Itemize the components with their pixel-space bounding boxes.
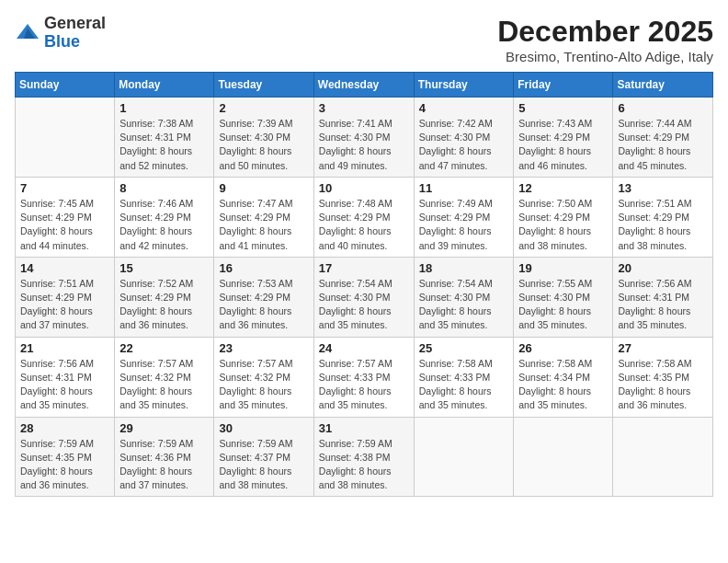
day-number: 16 <box>219 261 308 275</box>
day-number: 10 <box>319 181 409 195</box>
day-info: Sunrise: 7:58 AM Sunset: 4:33 PM Dayligh… <box>419 357 509 413</box>
day-info: Sunrise: 7:51 AM Sunset: 4:29 PM Dayligh… <box>618 197 708 253</box>
calendar-cell: 7Sunrise: 7:45 AM Sunset: 4:29 PM Daylig… <box>16 177 115 257</box>
day-number: 20 <box>618 261 708 275</box>
day-number: 17 <box>319 261 409 275</box>
day-info: Sunrise: 7:46 AM Sunset: 4:29 PM Dayligh… <box>119 197 209 253</box>
day-number: 1 <box>119 101 209 115</box>
calendar-cell: 20Sunrise: 7:56 AM Sunset: 4:31 PM Dayli… <box>613 257 713 337</box>
day-info: Sunrise: 7:57 AM Sunset: 4:33 PM Dayligh… <box>319 357 409 413</box>
page-header: General Blue December 2025 Bresimo, Tren… <box>15 15 713 64</box>
calendar-cell: 31Sunrise: 7:59 AM Sunset: 4:38 PM Dayli… <box>313 417 414 497</box>
calendar-cell: 8Sunrise: 7:46 AM Sunset: 4:29 PM Daylig… <box>115 177 214 257</box>
day-info: Sunrise: 7:45 AM Sunset: 4:29 PM Dayligh… <box>20 197 109 253</box>
logo-text: General Blue <box>44 15 106 52</box>
calendar-cell <box>16 98 115 178</box>
calendar-cell: 11Sunrise: 7:49 AM Sunset: 4:29 PM Dayli… <box>414 177 514 257</box>
day-number: 30 <box>219 421 308 435</box>
calendar-cell: 25Sunrise: 7:58 AM Sunset: 4:33 PM Dayli… <box>414 337 514 417</box>
calendar-cell: 27Sunrise: 7:58 AM Sunset: 4:35 PM Dayli… <box>613 337 713 417</box>
day-info: Sunrise: 7:48 AM Sunset: 4:29 PM Dayligh… <box>319 197 409 253</box>
day-info: Sunrise: 7:47 AM Sunset: 4:29 PM Dayligh… <box>219 197 308 253</box>
calendar-cell: 26Sunrise: 7:58 AM Sunset: 4:34 PM Dayli… <box>514 337 613 417</box>
day-info: Sunrise: 7:59 AM Sunset: 4:35 PM Dayligh… <box>20 437 109 493</box>
calendar-cell <box>613 417 713 497</box>
calendar-cell: 3Sunrise: 7:41 AM Sunset: 4:30 PM Daylig… <box>313 98 414 178</box>
day-info: Sunrise: 7:55 AM Sunset: 4:30 PM Dayligh… <box>518 277 608 333</box>
day-number: 3 <box>319 101 409 115</box>
day-info: Sunrise: 7:56 AM Sunset: 4:31 PM Dayligh… <box>618 277 708 333</box>
day-number: 23 <box>219 341 308 355</box>
calendar-cell: 29Sunrise: 7:59 AM Sunset: 4:36 PM Dayli… <box>115 417 214 497</box>
day-info: Sunrise: 7:39 AM Sunset: 4:30 PM Dayligh… <box>219 117 308 173</box>
day-info: Sunrise: 7:56 AM Sunset: 4:31 PM Dayligh… <box>20 357 109 413</box>
calendar-cell: 9Sunrise: 7:47 AM Sunset: 4:29 PM Daylig… <box>214 177 313 257</box>
day-info: Sunrise: 7:43 AM Sunset: 4:29 PM Dayligh… <box>518 117 608 173</box>
day-info: Sunrise: 7:49 AM Sunset: 4:29 PM Dayligh… <box>419 197 509 253</box>
day-number: 26 <box>518 341 608 355</box>
calendar-week-row: 14Sunrise: 7:51 AM Sunset: 4:29 PM Dayli… <box>16 257 713 337</box>
calendar-cell: 18Sunrise: 7:54 AM Sunset: 4:30 PM Dayli… <box>414 257 514 337</box>
day-of-week-header: Wednesday <box>313 73 414 98</box>
day-number: 19 <box>518 261 608 275</box>
day-info: Sunrise: 7:59 AM Sunset: 4:37 PM Dayligh… <box>219 437 308 493</box>
day-number: 8 <box>119 181 209 195</box>
calendar-cell: 30Sunrise: 7:59 AM Sunset: 4:37 PM Dayli… <box>214 417 313 497</box>
calendar-week-row: 7Sunrise: 7:45 AM Sunset: 4:29 PM Daylig… <box>16 177 713 257</box>
calendar-cell: 19Sunrise: 7:55 AM Sunset: 4:30 PM Dayli… <box>514 257 613 337</box>
title-block: December 2025 Bresimo, Trentino-Alto Adi… <box>497 15 713 64</box>
day-number: 28 <box>20 421 109 435</box>
calendar-cell: 14Sunrise: 7:51 AM Sunset: 4:29 PM Dayli… <box>16 257 115 337</box>
calendar-cell: 4Sunrise: 7:42 AM Sunset: 4:30 PM Daylig… <box>414 98 514 178</box>
calendar-week-row: 28Sunrise: 7:59 AM Sunset: 4:35 PM Dayli… <box>16 417 713 497</box>
day-info: Sunrise: 7:54 AM Sunset: 4:30 PM Dayligh… <box>419 277 509 333</box>
calendar-cell: 22Sunrise: 7:57 AM Sunset: 4:32 PM Dayli… <box>115 337 214 417</box>
day-number: 25 <box>419 341 509 355</box>
calendar-cell: 15Sunrise: 7:52 AM Sunset: 4:29 PM Dayli… <box>115 257 214 337</box>
day-info: Sunrise: 7:53 AM Sunset: 4:29 PM Dayligh… <box>219 277 308 333</box>
calendar-cell: 13Sunrise: 7:51 AM Sunset: 4:29 PM Dayli… <box>613 177 713 257</box>
logo-blue-text: Blue <box>44 33 106 52</box>
day-info: Sunrise: 7:51 AM Sunset: 4:29 PM Dayligh… <box>20 277 109 333</box>
calendar-cell: 21Sunrise: 7:56 AM Sunset: 4:31 PM Dayli… <box>16 337 115 417</box>
calendar-cell <box>514 417 613 497</box>
day-number: 22 <box>119 341 209 355</box>
logo-general-text: General <box>44 15 106 33</box>
day-number: 24 <box>319 341 409 355</box>
day-number: 21 <box>20 341 109 355</box>
day-info: Sunrise: 7:57 AM Sunset: 4:32 PM Dayligh… <box>119 357 209 413</box>
day-number: 7 <box>20 181 109 195</box>
calendar-cell: 16Sunrise: 7:53 AM Sunset: 4:29 PM Dayli… <box>214 257 313 337</box>
calendar-cell: 10Sunrise: 7:48 AM Sunset: 4:29 PM Dayli… <box>313 177 414 257</box>
day-number: 5 <box>518 101 608 115</box>
day-number: 31 <box>319 421 409 435</box>
day-of-week-header: Sunday <box>16 73 115 98</box>
day-number: 11 <box>419 181 509 195</box>
month-title: December 2025 <box>497 15 713 49</box>
calendar-cell: 12Sunrise: 7:50 AM Sunset: 4:29 PM Dayli… <box>514 177 613 257</box>
day-info: Sunrise: 7:59 AM Sunset: 4:36 PM Dayligh… <box>119 437 209 493</box>
day-of-week-header: Monday <box>115 73 214 98</box>
day-info: Sunrise: 7:50 AM Sunset: 4:29 PM Dayligh… <box>518 197 608 253</box>
day-info: Sunrise: 7:44 AM Sunset: 4:29 PM Dayligh… <box>618 117 708 173</box>
day-info: Sunrise: 7:42 AM Sunset: 4:30 PM Dayligh… <box>419 117 509 173</box>
calendar-cell: 17Sunrise: 7:54 AM Sunset: 4:30 PM Dayli… <box>313 257 414 337</box>
day-info: Sunrise: 7:38 AM Sunset: 4:31 PM Dayligh… <box>119 117 209 173</box>
calendar-cell: 1Sunrise: 7:38 AM Sunset: 4:31 PM Daylig… <box>115 98 214 178</box>
day-info: Sunrise: 7:52 AM Sunset: 4:29 PM Dayligh… <box>119 277 209 333</box>
day-number: 14 <box>20 261 109 275</box>
day-info: Sunrise: 7:59 AM Sunset: 4:38 PM Dayligh… <box>319 437 409 493</box>
day-of-week-header: Tuesday <box>214 73 313 98</box>
day-number: 2 <box>219 101 308 115</box>
day-number: 29 <box>119 421 209 435</box>
day-info: Sunrise: 7:58 AM Sunset: 4:35 PM Dayligh… <box>618 357 708 413</box>
calendar-cell: 28Sunrise: 7:59 AM Sunset: 4:35 PM Dayli… <box>16 417 115 497</box>
calendar-header-row: SundayMondayTuesdayWednesdayThursdayFrid… <box>16 73 713 98</box>
calendar-cell: 6Sunrise: 7:44 AM Sunset: 4:29 PM Daylig… <box>613 98 713 178</box>
day-number: 12 <box>518 181 608 195</box>
day-number: 18 <box>419 261 509 275</box>
location-subtitle: Bresimo, Trentino-Alto Adige, Italy <box>497 49 713 64</box>
calendar-cell: 23Sunrise: 7:57 AM Sunset: 4:32 PM Dayli… <box>214 337 313 417</box>
day-info: Sunrise: 7:54 AM Sunset: 4:30 PM Dayligh… <box>319 277 409 333</box>
day-of-week-header: Thursday <box>414 73 514 98</box>
